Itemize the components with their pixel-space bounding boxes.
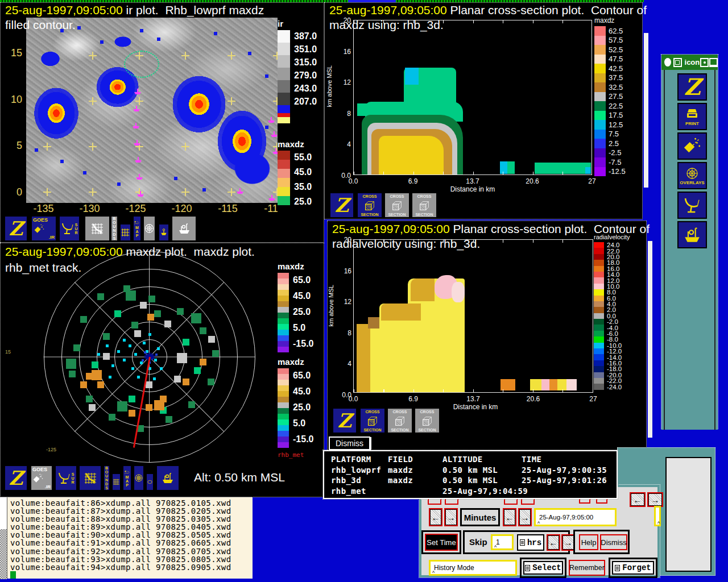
radar-grid-button[interactable] (78, 465, 102, 491)
print-button[interactable]: PRINT (677, 103, 707, 130)
cross-section-button-2[interactable]: CROSSSECTION (384, 192, 410, 218)
minutes-forward-button[interactable]: → (444, 508, 458, 526)
colorbar-value: 52.5 (609, 45, 623, 54)
colorbar-cell (278, 55, 290, 68)
ir-sublabel: .IR (49, 235, 55, 240)
select-menu-button[interactable]: Select (523, 561, 563, 575)
terminal-line: volume:beaufait:90>xdump.all 970825.0505… (10, 531, 231, 539)
ship-button[interactable] (677, 221, 707, 248)
hidden-field-stub[interactable] (654, 506, 661, 526)
skip-back-button[interactable]: ← (547, 534, 560, 551)
colorbar-cell (594, 372, 604, 378)
ppi-colorbar-1: maxdz 65.045.025.05.0-15.0 (278, 261, 313, 352)
dismiss-button[interactable]: Dismiss (600, 534, 627, 550)
map-button[interactable]: MAP (122, 465, 132, 491)
ellipse-button[interactable] (146, 473, 154, 491)
ir-window-title: 25-aug-1997,09:05:00 ir plot. Rhb_lowprf… (5, 3, 264, 17)
satellite-button[interactable] (677, 132, 707, 160)
icon-window-titlebar[interactable]: icon (661, 55, 718, 70)
colorbar-value: 243.0 (294, 82, 317, 95)
ir-cloud-blob (38, 49, 63, 69)
ir-plot-window: 25-aug-1997,09:05:00 ir plot. Rhb_lowprf… (0, 2, 324, 243)
cross-section-button-2[interactable]: CROSSSECTION (387, 408, 413, 434)
cross2-plot-area[interactable] (353, 239, 593, 393)
radar-button[interactable] (677, 192, 707, 219)
bounds-button[interactable]: BOUNDS (103, 465, 110, 491)
ppi-window-title-line2: rhb_met track. (5, 261, 81, 275)
step-forward-button[interactable]: → (647, 492, 663, 507)
overlays-button[interactable] (133, 465, 144, 491)
cross2-x-ticks: 0.06.913.720.627 (342, 395, 605, 403)
time-forward-button[interactable]: → (518, 508, 532, 526)
status-dismiss-button[interactable]: Dismiss (329, 436, 370, 450)
grid-button[interactable] (111, 473, 121, 491)
cross1-plot-area[interactable] (353, 20, 592, 175)
zebra-z-icon: Z (684, 78, 700, 95)
overlays-button[interactable] (143, 215, 156, 242)
step-back-button[interactable]: ← (630, 492, 646, 507)
overlays-button[interactable]: OVERLAYS (677, 162, 707, 189)
zebra-logo-button[interactable]: Z (677, 73, 707, 101)
contour-region (368, 317, 379, 329)
colorbar-value: 25.0 (294, 195, 312, 210)
ship-button[interactable] (156, 465, 180, 491)
contour-region (357, 103, 369, 116)
window-maximize-button[interactable] (700, 58, 709, 67)
map-button[interactable]: MAP (133, 215, 142, 242)
time-back-button[interactable]: ← (503, 508, 516, 526)
cross-section-button-1[interactable]: CROSSSECTION (357, 192, 383, 218)
bounds-button[interactable]: BOUNDS (110, 215, 118, 242)
colorbar-row: -7.5 (594, 157, 626, 167)
ship-button[interactable] (171, 215, 197, 242)
satellite-image[interactable] (26, 18, 278, 203)
x-tick-label: -125 (113, 203, 159, 215)
colorbar-cell (594, 45, 606, 55)
grid-button[interactable] (119, 223, 131, 242)
scrollbar-thumb[interactable] (0, 529, 7, 579)
skip-units-menu[interactable]: hrs (517, 534, 544, 551)
skip-input-field[interactable]: 1 (491, 534, 514, 550)
time-input-field[interactable]: 25-Aug-97,9:05:00 (534, 508, 617, 526)
zebra-logo-button[interactable]: Z (332, 408, 357, 434)
window-iconify-button[interactable] (709, 58, 718, 67)
cross1-x-ticks: 0.06.913.720.627 (342, 177, 603, 185)
history-mode-field[interactable]: History Mode (429, 560, 517, 576)
colorbar-cell (594, 360, 604, 366)
radar-grid-button[interactable] (84, 215, 110, 242)
set-time-button[interactable]: Set Time (425, 534, 458, 551)
cross-section-button-3[interactable]: CROSSSECTION (414, 408, 440, 434)
colorbar-cell (278, 151, 290, 160)
colorbar-cell (278, 380, 289, 385)
zebra-logo-button[interactable]: Z (4, 215, 28, 242)
cross-label: CROSS (390, 194, 404, 198)
surface-radar-button[interactable]: SUR (55, 465, 77, 491)
surface-radar-button[interactable]: SUR (59, 215, 80, 242)
cross-section-button-1[interactable]: CROSSSECTION (359, 408, 386, 434)
minutes-back-button[interactable]: ← (429, 508, 442, 526)
contour-region (500, 379, 515, 390)
cross-section-window-radialvelocity: 25-aug-1997,09:05:00 Planar cross-sectio… (327, 221, 647, 454)
cross-section-button-3[interactable]: CROSSSECTION (411, 192, 437, 218)
colorbar-row: 37.5 (594, 73, 626, 83)
goes-ir-button[interactable]: GOES.IR (31, 215, 57, 242)
ppi-radar-display[interactable] (12, 259, 274, 471)
terminal-window[interactable]: volume:beaufait:86>xdump.all 970825.0105… (0, 497, 253, 579)
window-circle-button[interactable] (664, 58, 671, 66)
window-menu-button[interactable] (673, 58, 682, 67)
platform-marker (271, 131, 278, 138)
terminal-scrollbar[interactable] (0, 497, 7, 579)
colorbar-cell (594, 92, 606, 102)
y-tick-label: 12 (333, 78, 351, 110)
forget-menu-button[interactable]: Forget (612, 561, 654, 575)
colorbar-cell (594, 73, 606, 83)
zebra-logo-button[interactable]: Z (4, 465, 28, 491)
y-tick-label: 12 (333, 298, 351, 329)
section-label: SECTION (391, 428, 408, 432)
colorbar-cell (594, 64, 606, 73)
goes-ir-button[interactable]: GOES.IR (30, 465, 53, 491)
help-button[interactable]: Help (579, 534, 598, 550)
remember-button[interactable]: Remember (569, 560, 605, 576)
x-tick-label: -120 (159, 203, 205, 215)
zebra-logo-button[interactable]: Z (329, 192, 354, 218)
buoy-button[interactable] (158, 223, 169, 242)
